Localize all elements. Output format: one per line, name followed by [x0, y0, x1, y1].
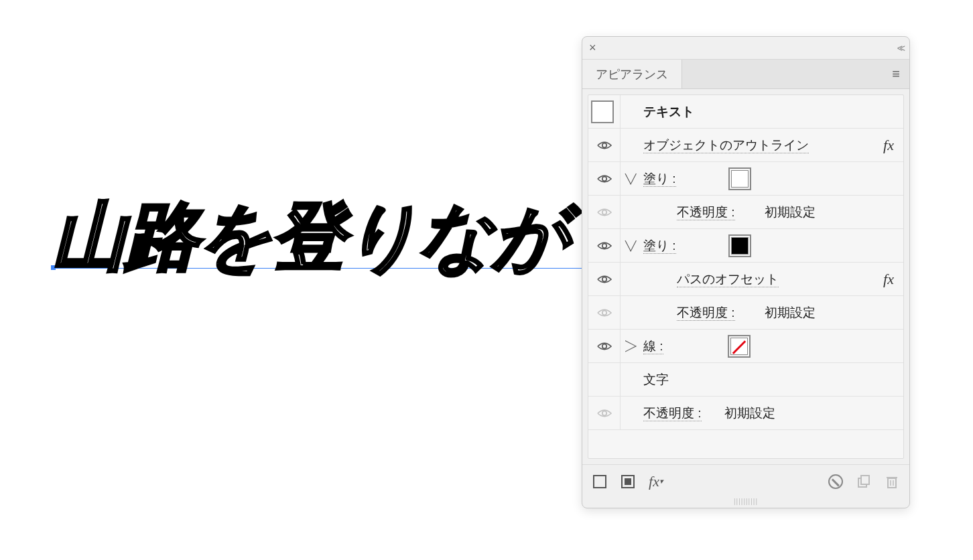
svg-rect-10 [888, 478, 896, 488]
row-text-header[interactable]: テキスト [588, 95, 903, 129]
row-fill-1-opacity[interactable]: 不透明度 : 初期設定 [588, 196, 903, 229]
svg-point-4 [602, 277, 606, 281]
fill-1-swatch[interactable] [728, 167, 751, 190]
opacity-value[interactable]: 初期設定 [758, 304, 822, 322]
visibility-toggle-icon[interactable] [597, 342, 612, 351]
visibility-toggle-icon[interactable] [597, 409, 612, 418]
svg-point-7 [602, 411, 606, 415]
chevron-down-icon[interactable]: ╲╱ [625, 240, 636, 251]
row-outline-effect[interactable]: オブジェクトのアウトライン fx [588, 129, 903, 162]
outline-effect-label[interactable]: オブジェクトのアウトライン [643, 138, 809, 153]
fill-2-swatch[interactable] [728, 234, 751, 257]
chevron-down-icon[interactable]: ╲╱ [625, 173, 636, 184]
visibility-toggle-icon[interactable] [597, 241, 612, 251]
visibility-toggle-icon[interactable] [597, 141, 612, 150]
svg-point-3 [602, 243, 606, 247]
add-fill-icon[interactable] [620, 474, 636, 490]
opacity-value[interactable]: 初期設定 [718, 405, 782, 422]
clear-appearance-icon[interactable] [828, 474, 844, 490]
panel-menu-icon[interactable]: ≡ [883, 66, 909, 82]
fx-icon[interactable]: fx [874, 137, 903, 154]
add-stroke-icon[interactable] [592, 474, 608, 490]
fx-icon[interactable]: fx [874, 271, 903, 288]
trash-icon[interactable] [884, 474, 900, 490]
collapse-icon[interactable]: << [897, 43, 903, 54]
stroke-swatch[interactable] [728, 335, 751, 358]
visibility-toggle-icon[interactable] [597, 208, 612, 217]
tab-appearance[interactable]: アピアランス [582, 60, 682, 88]
chevron-right-icon[interactable]: ╲╱ [625, 341, 636, 352]
opacity-label[interactable]: 不透明度 : [677, 205, 735, 220]
character-label: 文字 [641, 371, 671, 389]
row-stroke[interactable]: ╲╱ 線 : [588, 330, 903, 363]
opacity-label[interactable]: 不透明度 : [677, 305, 735, 321]
row-fill-1[interactable]: ╲╱ 塗り : [588, 162, 903, 196]
panel-tabs: アピアランス ≡ [582, 60, 909, 89]
row-fill-2[interactable]: ╲╱ 塗り : [588, 229, 903, 263]
appearance-panel: × << アピアランス ≡ テキスト [582, 36, 910, 508]
close-icon[interactable]: × [589, 41, 596, 55]
visibility-toggle-icon[interactable] [597, 308, 612, 318]
duplicate-icon[interactable] [856, 474, 872, 490]
fill-1-label[interactable]: 塗り : [643, 171, 676, 187]
add-effect-icon[interactable]: fx▾ [648, 474, 664, 490]
canvas-text-object[interactable]: 山路を登りなが [52, 188, 567, 287]
row-empty [588, 430, 903, 458]
panel-footer: fx▾ [582, 464, 909, 498]
row-fill-2-opacity[interactable]: 不透明度 : 初期設定 [588, 296, 903, 330]
row-character[interactable]: 文字 [588, 363, 903, 397]
row-global-opacity[interactable]: 不透明度 : 初期設定 [588, 397, 903, 430]
svg-point-0 [602, 143, 606, 147]
svg-point-2 [602, 210, 606, 214]
selection-thumbnail [591, 100, 614, 123]
svg-point-5 [602, 310, 606, 314]
svg-rect-9 [861, 476, 869, 484]
fill-2-label[interactable]: 塗り : [643, 238, 676, 254]
offset-path-label[interactable]: パスのオフセット [677, 272, 779, 287]
svg-point-1 [602, 176, 606, 180]
resize-grip[interactable]: |||||||||| [582, 498, 909, 508]
svg-point-6 [602, 344, 606, 348]
row-offset-path[interactable]: パスのオフセット fx [588, 263, 903, 296]
visibility-toggle-icon[interactable] [597, 275, 612, 284]
opacity-label[interactable]: 不透明度 : [643, 406, 702, 421]
panel-titlebar[interactable]: × << [582, 37, 909, 60]
opacity-value[interactable]: 初期設定 [758, 204, 822, 221]
stroke-label[interactable]: 線 : [643, 339, 663, 354]
text-header-label: テキスト [641, 103, 697, 121]
visibility-toggle-icon[interactable] [597, 174, 612, 184]
appearance-rows: テキスト オブジェクトのアウトライン fx [588, 94, 904, 459]
